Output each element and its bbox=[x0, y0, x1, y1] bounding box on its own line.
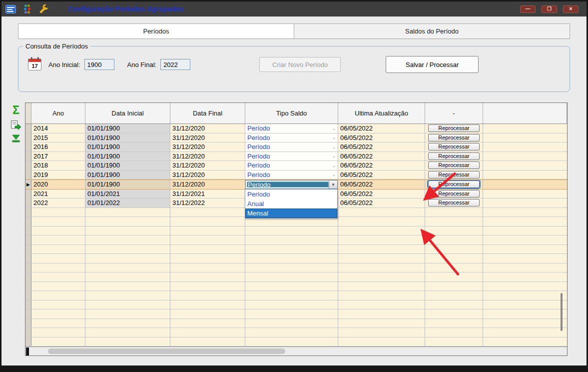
cell-action bbox=[425, 272, 483, 282]
grid-row-2017[interactable]: 201701/01/190031/12/2020Período⌄06/05/20… bbox=[25, 152, 567, 162]
cell-ano[interactable]: 2017 bbox=[31, 152, 85, 161]
grid-row-2019[interactable]: 201901/01/190031/12/2020Período⌄06/05/20… bbox=[25, 170, 567, 180]
cell-ultima-atualizacao[interactable]: 06/05/2022 bbox=[338, 161, 425, 170]
cell-data-inicial[interactable]: 01/01/1900 bbox=[85, 142, 170, 152]
ano-inicial-input[interactable] bbox=[84, 59, 114, 70]
cell-ano[interactable]: 2018 bbox=[31, 161, 85, 170]
cell-ultima-atualizacao[interactable]: 06/05/2022 bbox=[338, 134, 425, 142]
cell-data-final[interactable]: 31/12/2022 bbox=[170, 198, 245, 208]
cell-tipo-saldo[interactable]: Período⌄ bbox=[245, 134, 338, 142]
row-marker bbox=[25, 328, 31, 337]
horizontal-scrollbar-thumb[interactable] bbox=[48, 348, 285, 354]
cell-data-inicial[interactable]: 01/01/1900 bbox=[85, 152, 170, 161]
reprocessar-button[interactable]: Reprocessar bbox=[428, 134, 480, 142]
cell-ano[interactable]: 2019 bbox=[31, 170, 85, 180]
grid-row-2016[interactable]: 201601/01/190031/12/2020Período⌄06/05/20… bbox=[25, 142, 567, 152]
grid-row-2020[interactable]: ▶202001/01/190031/12/2020Período▾06/05/2… bbox=[25, 180, 567, 190]
reprocessar-button[interactable]: Reprocessar bbox=[428, 143, 480, 150]
tab-periodos[interactable]: Períodos bbox=[18, 24, 294, 38]
cell-data-final[interactable]: 31/12/2020 bbox=[170, 180, 245, 189]
tipo-saldo-combo-editor[interactable]: Período▾ bbox=[245, 180, 338, 189]
reprocessar-button[interactable]: Reprocessar bbox=[428, 152, 480, 160]
cell-tipo-saldo[interactable]: Período⌄ bbox=[245, 142, 338, 152]
cell-data-final[interactable]: 31/12/2020 bbox=[170, 134, 245, 142]
minimize-button[interactable]: — bbox=[520, 6, 536, 13]
column-header-0[interactable]: Ano bbox=[31, 103, 85, 124]
cell-tipo-saldo[interactable]: Período▾ bbox=[245, 180, 338, 189]
column-header-2[interactable]: Data Final bbox=[170, 103, 245, 124]
criar-novo-periodo-button[interactable]: Criar Novo Período bbox=[259, 57, 341, 72]
cell-data-final[interactable]: 31/12/2020 bbox=[170, 161, 245, 170]
cell-data-inicial[interactable]: 01/01/2022 bbox=[85, 198, 170, 208]
salvar-processar-button[interactable]: Salvar / Processar bbox=[386, 56, 479, 73]
grid-empty-row bbox=[25, 300, 567, 310]
reprocessar-button[interactable]: Reprocessar bbox=[428, 190, 480, 198]
cell-ultima-atualizacao[interactable]: 06/05/2022 bbox=[338, 190, 425, 198]
reprocessar-button[interactable]: Reprocessar bbox=[428, 180, 480, 188]
cell-data-final[interactable]: 31/12/2020 bbox=[170, 124, 245, 133]
column-header-1[interactable]: Data Inicial bbox=[85, 103, 170, 124]
cell-ano[interactable]: 2016 bbox=[31, 142, 85, 152]
cell-data-final[interactable]: 31/12/2020 bbox=[170, 152, 245, 161]
grid-header: AnoData InicialData FinalTipo SaldoUltim… bbox=[25, 103, 567, 124]
reprocessar-button[interactable]: Reprocessar bbox=[428, 124, 480, 132]
cell-tipo-saldo bbox=[245, 319, 338, 328]
cell-ultima-atualizacao[interactable]: 06/05/2022 bbox=[338, 180, 425, 189]
export-record-icon[interactable] bbox=[10, 120, 21, 130]
go-to-last-icon[interactable] bbox=[11, 134, 20, 143]
column-header-5[interactable]: - bbox=[425, 103, 483, 124]
maximize-button[interactable]: ❐ bbox=[542, 6, 557, 13]
close-button[interactable]: ✕ bbox=[563, 6, 579, 13]
ano-final-input[interactable] bbox=[160, 59, 190, 70]
grid-empty-row bbox=[25, 264, 567, 273]
reprocessar-button[interactable]: Reprocessar bbox=[428, 171, 480, 178]
cell-data-final[interactable]: 31/12/2021 bbox=[170, 190, 245, 198]
cell-data-final bbox=[170, 291, 245, 300]
cell-data-inicial[interactable]: 01/01/1900 bbox=[85, 134, 170, 142]
combo-dropdown-button[interactable]: ▾ bbox=[329, 180, 337, 188]
cell-ultima-atualizacao[interactable]: 06/05/2022 bbox=[338, 170, 425, 180]
grid-row-2018[interactable]: 201801/01/190031/12/2020Período⌄06/05/20… bbox=[25, 161, 567, 170]
cell-ano[interactable]: 2021 bbox=[31, 190, 85, 198]
reprocessar-button[interactable]: Reprocessar bbox=[428, 162, 480, 169]
cell-ultima-atualizacao[interactable]: 06/05/2022 bbox=[338, 124, 425, 133]
cell-data-inicial[interactable]: 01/01/1900 bbox=[85, 180, 170, 189]
cell-ultima-atualizacao[interactable]: 06/05/2022 bbox=[338, 198, 425, 208]
cell-data-inicial[interactable]: 01/01/1900 bbox=[85, 124, 170, 133]
cell-filler bbox=[483, 226, 567, 236]
wrench-icon[interactable] bbox=[38, 4, 48, 14]
column-header-4[interactable]: Ultima Atualização bbox=[338, 103, 425, 124]
cell-ano[interactable]: 2020 bbox=[31, 180, 85, 189]
cell-ultima-atualizacao[interactable]: 06/05/2022 bbox=[338, 152, 425, 161]
cell-data-final[interactable]: 31/12/2020 bbox=[170, 142, 245, 152]
cell-data-inicial[interactable]: 01/01/2021 bbox=[85, 190, 170, 198]
cell-ultima-atualizacao[interactable]: 06/05/2022 bbox=[338, 142, 425, 152]
cell-tipo-saldo[interactable]: Período⌄ bbox=[245, 152, 338, 161]
horizontal-scrollbar[interactable] bbox=[25, 346, 567, 356]
cell-tipo-saldo[interactable]: Período⌄ bbox=[245, 161, 338, 170]
scrollbar-edge-block bbox=[26, 348, 29, 356]
dropdown-option-mensal[interactable]: Mensal bbox=[245, 208, 337, 218]
grid-row-2014[interactable]: 201401/01/190031/12/2020Período⌄06/05/20… bbox=[25, 124, 567, 134]
cell-data-inicial[interactable]: 01/01/1900 bbox=[85, 170, 170, 180]
grid-empty-row bbox=[25, 254, 567, 264]
cell-tipo-saldo[interactable]: Período⌄ bbox=[245, 170, 338, 180]
cell-action: Reprocessar bbox=[425, 124, 483, 133]
column-header-3[interactable]: Tipo Saldo bbox=[245, 103, 338, 124]
cell-filler bbox=[483, 170, 567, 180]
cell-ano bbox=[31, 300, 85, 310]
tab-saldos-do-periodo[interactable]: Saldos do Período bbox=[294, 24, 570, 38]
cell-ano[interactable]: 2014 bbox=[31, 124, 85, 133]
cell-ano[interactable]: 2015 bbox=[31, 134, 85, 142]
cell-tipo-saldo[interactable]: Período⌄ bbox=[245, 124, 338, 133]
cell-ano[interactable]: 2022 bbox=[31, 198, 85, 208]
vertical-scrollbar-thumb[interactable] bbox=[561, 293, 563, 331]
sum-sigma-icon[interactable]: Σ bbox=[12, 104, 19, 116]
cell-data-final[interactable]: 31/12/2020 bbox=[170, 170, 245, 180]
cell-data-inicial[interactable]: 01/01/1900 bbox=[85, 161, 170, 170]
reprocessar-button[interactable]: Reprocessar bbox=[428, 199, 480, 206]
cell-filler bbox=[483, 264, 567, 272]
dropdown-option-anual[interactable]: Anual bbox=[245, 199, 337, 208]
dropdown-option-periodo[interactable]: Período bbox=[245, 190, 337, 199]
grid-row-2015[interactable]: 201501/01/190031/12/2020Período⌄06/05/20… bbox=[25, 134, 567, 143]
